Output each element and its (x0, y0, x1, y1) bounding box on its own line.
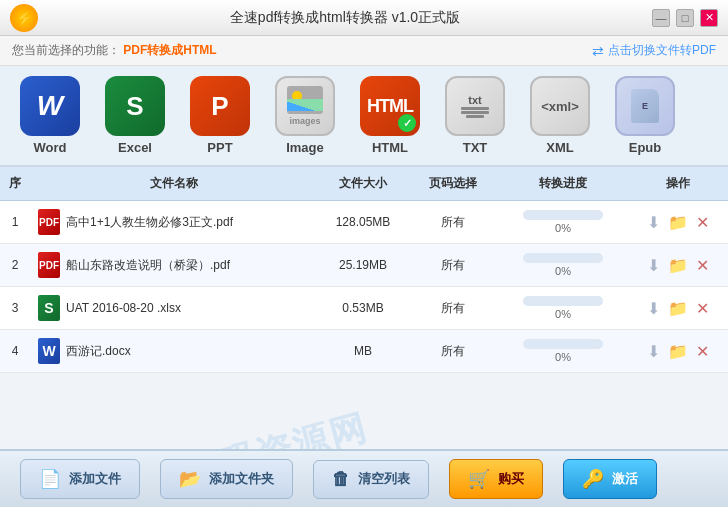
format-item-txt[interactable]: txt TXT (440, 76, 510, 155)
app-title: 全速pdf转换成html转换器 v1.0正式版 (38, 9, 652, 27)
add-folder-label: 添加文件夹 (209, 470, 274, 488)
excel-icon: S (105, 76, 165, 136)
activate-button[interactable]: 🔑 激活 (563, 459, 657, 499)
progress-bar (523, 339, 603, 349)
table-body: 1 PDF 高中1+1人教生物必修3正文.pdf 128.05MB 所有 0% (0, 201, 728, 373)
table-area: 序 文件名称 文件大小 页码选择 转换进度 操作 1 PDF 高中1+1人教生物… (0, 167, 728, 449)
switch-button[interactable]: ⇄ 点击切换文件转PDF (592, 42, 716, 59)
col-progress: 转换进度 (498, 173, 628, 194)
row-index: 4 (0, 344, 30, 358)
row-filename: W 西游记.docx (30, 338, 318, 364)
active-badge: ✓ (398, 114, 416, 132)
format-item-xml[interactable]: <xml> XML (525, 76, 595, 155)
window-controls: — □ ✕ (652, 9, 718, 27)
buy-button[interactable]: 🛒 购买 (449, 459, 543, 499)
progress-text: 0% (502, 222, 624, 234)
progress-bar (523, 296, 603, 306)
row-filesize: 128.05MB (318, 215, 408, 229)
txt-icon: txt (445, 76, 505, 136)
activate-icon: 🔑 (582, 468, 604, 490)
progress-text: 0% (502, 351, 624, 363)
image-icon: images (275, 76, 335, 136)
actions-cell: ⬇ 📁 ✕ (632, 213, 724, 232)
download-icon[interactable]: ⬇ (647, 256, 660, 275)
folder-icon[interactable]: 📁 (668, 342, 688, 361)
row-actions: ⬇ 📁 ✕ (628, 213, 728, 232)
delete-icon[interactable]: ✕ (696, 299, 709, 318)
maximize-button[interactable]: □ (676, 9, 694, 27)
minimize-button[interactable]: — (652, 9, 670, 27)
table-row: 1 PDF 高中1+1人教生物必修3正文.pdf 128.05MB 所有 0% (0, 201, 728, 244)
ppt-icon: P (190, 76, 250, 136)
function-label: 您当前选择的功能： (12, 43, 120, 57)
row-index: 3 (0, 301, 30, 315)
docx-file-icon: W (38, 338, 60, 364)
row-pagesel: 所有 (408, 257, 498, 274)
row-index: 1 (0, 215, 30, 229)
titlebar: ⚡ 全速pdf转换成html转换器 v1.0正式版 — □ ✕ (0, 0, 728, 36)
download-icon[interactable]: ⬇ (647, 342, 660, 361)
app-logo: ⚡ (10, 4, 38, 32)
function-bar: 您当前选择的功能： PDF转换成HTML ⇄ 点击切换文件转PDF (0, 36, 728, 66)
current-function: 您当前选择的功能： PDF转换成HTML (12, 42, 217, 59)
bottom-bar: 📄 添加文件 📂 添加文件夹 🗑 清空列表 🛒 购买 🔑 激活 (0, 449, 728, 507)
row-pagesel: 所有 (408, 300, 498, 317)
delete-icon[interactable]: ✕ (696, 213, 709, 232)
clear-list-icon: 🗑 (332, 469, 350, 490)
word-label: Word (34, 140, 67, 155)
format-item-word[interactable]: W Word (15, 76, 85, 155)
ppt-label: PPT (207, 140, 232, 155)
col-index: 序 (0, 173, 30, 194)
format-item-image[interactable]: images Image (270, 76, 340, 155)
table-row: 3 S UAT 2016-08-20 .xlsx 0.53MB 所有 0% (0, 287, 728, 330)
row-pagesel: 所有 (408, 343, 498, 360)
row-filename: S UAT 2016-08-20 .xlsx (30, 295, 318, 321)
format-item-excel[interactable]: S Excel (100, 76, 170, 155)
buy-label: 购买 (498, 470, 524, 488)
clear-list-label: 清空列表 (358, 470, 410, 488)
function-value: PDF转换成HTML (123, 43, 216, 57)
format-bar: W Word S Excel P PPT images Image (0, 66, 728, 167)
actions-cell: ⬇ 📁 ✕ (632, 299, 724, 318)
download-icon[interactable]: ⬇ (647, 299, 660, 318)
download-icon[interactable]: ⬇ (647, 213, 660, 232)
image-label: Image (286, 140, 324, 155)
add-folder-button[interactable]: 📂 添加文件夹 (160, 459, 293, 499)
xlsx-file-icon: S (38, 295, 60, 321)
format-item-ppt[interactable]: P PPT (185, 76, 255, 155)
col-filesize: 文件大小 (318, 173, 408, 194)
delete-icon[interactable]: ✕ (696, 256, 709, 275)
progress-text: 0% (502, 308, 624, 320)
add-file-label: 添加文件 (69, 470, 121, 488)
format-item-epub[interactable]: E Epub (610, 76, 680, 155)
add-file-button[interactable]: 📄 添加文件 (20, 459, 140, 499)
table-header: 序 文件名称 文件大小 页码选择 转换进度 操作 (0, 167, 728, 201)
buy-icon: 🛒 (468, 468, 490, 490)
progress-text: 0% (502, 265, 624, 277)
row-progress: 0% (498, 210, 628, 234)
file-table: 序 文件名称 文件大小 页码选择 转换进度 操作 1 PDF 高中1+1人教生物… (0, 167, 728, 373)
pdf-file-icon: PDF (38, 209, 60, 235)
folder-icon[interactable]: 📁 (668, 256, 688, 275)
watermark-text: 数码资源网 (177, 403, 373, 449)
close-button[interactable]: ✕ (700, 9, 718, 27)
progress-bar (523, 210, 603, 220)
xml-label: XML (546, 140, 573, 155)
folder-icon[interactable]: 📁 (668, 213, 688, 232)
html-label: HTML (372, 140, 408, 155)
pdf-file-icon: PDF (38, 252, 60, 278)
excel-label: Excel (118, 140, 152, 155)
xml-icon: <xml> (530, 76, 590, 136)
delete-icon[interactable]: ✕ (696, 342, 709, 361)
add-file-icon: 📄 (39, 468, 61, 490)
col-filename: 文件名称 (30, 173, 318, 194)
row-actions: ⬇ 📁 ✕ (628, 256, 728, 275)
main-content: 您当前选择的功能： PDF转换成HTML ⇄ 点击切换文件转PDF W Word… (0, 36, 728, 507)
row-filesize: 25.19MB (318, 258, 408, 272)
add-folder-icon: 📂 (179, 468, 201, 490)
row-progress: 0% (498, 296, 628, 320)
clear-list-button[interactable]: 🗑 清空列表 (313, 460, 429, 499)
format-item-html[interactable]: HTML ✓ HTML (355, 76, 425, 155)
txt-label: TXT (463, 140, 488, 155)
folder-icon[interactable]: 📁 (668, 299, 688, 318)
